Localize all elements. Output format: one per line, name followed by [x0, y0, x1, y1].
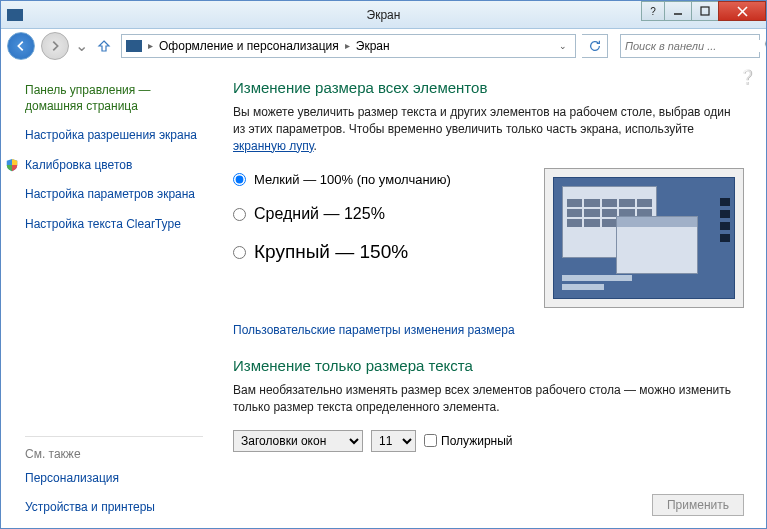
close-button[interactable] [718, 1, 766, 21]
search-input[interactable] [625, 40, 764, 52]
radio-input[interactable] [233, 246, 246, 259]
custom-size-link[interactable]: Пользовательские параметры изменения раз… [233, 323, 515, 337]
description-1: Вы можете увеличить размер текста и друг… [233, 104, 744, 154]
radio-input[interactable] [233, 173, 246, 186]
checkbox-text: Полужирный [441, 434, 513, 448]
titlebar: Экран ? [1, 1, 766, 29]
crumb-sep-icon: ▸ [343, 40, 352, 51]
address-bar[interactable]: ▸ Оформление и персонализация ▸ Экран ⌄ [121, 34, 576, 58]
shield-icon [5, 158, 19, 172]
sidebar: Панель управления — домашняя страница На… [1, 63, 219, 528]
bold-checkbox[interactable] [424, 434, 437, 447]
desc-text: . [314, 139, 317, 153]
sidebar-link-cleartype[interactable]: Настройка текста ClearType [25, 217, 203, 233]
heading-resize-all: Изменение размера всех элементов [233, 79, 744, 96]
sidebar-link-label: Персонализация [25, 471, 119, 487]
size-options-row: Мелкий — 100% (по умолчанию) Средний — 1… [233, 168, 744, 308]
help-button[interactable]: ? [641, 1, 665, 21]
size-radios: Мелкий — 100% (по умолчанию) Средний — 1… [233, 168, 526, 308]
forward-button[interactable] [41, 32, 69, 60]
sidebar-link-label: Настройка разрешения экрана [25, 128, 197, 144]
desc-text: Вы можете увеличить размер текста и друг… [233, 105, 731, 136]
navbar: ⌄ ▸ Оформление и персонализация ▸ Экран … [1, 29, 766, 63]
control-panel-home-link[interactable]: Панель управления — домашняя страница [25, 83, 203, 114]
content: Панель управления — домашняя страница На… [1, 63, 766, 528]
element-select[interactable]: Заголовки окон [233, 430, 363, 452]
window-title: Экран [367, 8, 401, 22]
help-icon[interactable]: ❔ [739, 69, 756, 85]
magnifier-link[interactable]: экранную лупу [233, 139, 314, 153]
search-box[interactable]: 🔍 [620, 34, 760, 58]
sidebar-link-calibration[interactable]: Калибровка цветов [25, 158, 203, 174]
refresh-button[interactable] [582, 34, 608, 58]
bold-checkbox-label[interactable]: Полужирный [424, 434, 513, 448]
preview-illustration [544, 168, 744, 308]
description-2: Вам необязательно изменять размер всех э… [233, 382, 744, 416]
breadcrumb-2[interactable]: Экран [356, 39, 390, 53]
window-controls: ? [642, 1, 766, 21]
svg-rect-1 [701, 7, 709, 15]
radio-large[interactable]: Крупный — 150% [233, 241, 526, 263]
size-select[interactable]: 11 [371, 430, 416, 452]
radio-label: Мелкий — 100% (по умолчанию) [254, 172, 451, 187]
app-icon [7, 9, 23, 21]
address-dropdown-icon[interactable]: ⌄ [555, 41, 571, 51]
radio-medium[interactable]: Средний — 125% [233, 205, 526, 223]
back-button[interactable] [7, 32, 35, 60]
breadcrumb-1[interactable]: Оформление и персонализация [159, 39, 339, 53]
crumb-sep-icon: ▸ [146, 40, 155, 51]
location-icon [126, 40, 142, 52]
heading-text-only: Изменение только размера текста [233, 357, 744, 374]
sidebar-link-label: Настройка параметров экрана [25, 187, 195, 203]
history-chevron-icon[interactable]: ⌄ [75, 36, 87, 56]
radio-input[interactable] [233, 208, 246, 221]
sidebar-footer-devices[interactable]: Устройства и принтеры [25, 500, 203, 516]
sidebar-link-label: Устройства и принтеры [25, 500, 155, 516]
radio-label: Крупный — 150% [254, 241, 408, 263]
sidebar-footer-personalization[interactable]: Персонализация [25, 471, 203, 487]
main-panel: ❔ Изменение размера всех элементов Вы мо… [219, 63, 766, 528]
up-button[interactable] [93, 35, 115, 57]
sidebar-link-params[interactable]: Настройка параметров экрана [25, 187, 203, 203]
radio-small[interactable]: Мелкий — 100% (по умолчанию) [233, 172, 526, 187]
sidebar-link-label: Настройка текста ClearType [25, 217, 181, 233]
apply-button[interactable]: Применить [652, 494, 744, 516]
text-only-controls: Заголовки окон 11 Полужирный [233, 430, 744, 452]
see-also-heading: См. также [25, 447, 203, 461]
sidebar-footer: См. также Персонализация Устройства и пр… [25, 436, 203, 516]
footer-buttons: Применить [652, 494, 744, 516]
sidebar-link-resolution[interactable]: Настройка разрешения экрана [25, 128, 203, 144]
sidebar-link-label: Калибровка цветов [25, 158, 132, 174]
minimize-button[interactable] [664, 1, 692, 21]
radio-label: Средний — 125% [254, 205, 385, 223]
maximize-button[interactable] [691, 1, 719, 21]
